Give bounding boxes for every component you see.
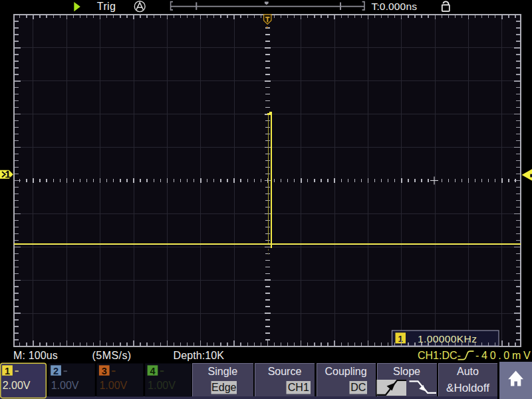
- svg-text:Auto: Auto: [457, 366, 479, 377]
- svg-text:1: 1: [398, 334, 403, 344]
- svg-text:4: 4: [150, 366, 155, 376]
- svg-text:1.00V: 1.00V: [99, 380, 127, 391]
- svg-text:Trig: Trig: [97, 1, 116, 12]
- svg-text:1.00V: 1.00V: [51, 380, 79, 391]
- svg-text:Source: Source: [268, 366, 302, 377]
- svg-text:CH1: CH1: [288, 382, 309, 393]
- svg-text:1: 1: [5, 366, 10, 376]
- svg-text:CH1:DC-: CH1:DC-: [418, 350, 461, 361]
- svg-text:Slope: Slope: [393, 366, 420, 377]
- svg-text:M: 100us: M: 100us: [13, 350, 58, 361]
- svg-text:Depth:10K: Depth:10K: [174, 350, 225, 361]
- svg-text:3: 3: [102, 366, 107, 376]
- svg-text:2.00V: 2.00V: [3, 380, 31, 391]
- svg-text:(5MS/s): (5MS/s): [92, 350, 132, 361]
- svg-text:Edge: Edge: [211, 382, 236, 393]
- svg-text:DC: DC: [350, 382, 366, 393]
- svg-text:1.00V: 1.00V: [148, 380, 176, 391]
- svg-text:T:0.000ns: T:0.000ns: [372, 1, 418, 12]
- svg-text:2: 2: [53, 366, 59, 376]
- svg-text:Coupling: Coupling: [325, 366, 366, 377]
- svg-text:-40.0mV: -40.0mV: [475, 350, 532, 361]
- svg-text:Single: Single: [208, 366, 238, 377]
- svg-text:&Holdoff: &Holdoff: [446, 382, 489, 394]
